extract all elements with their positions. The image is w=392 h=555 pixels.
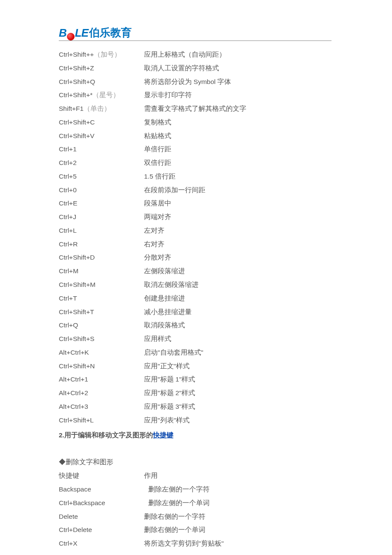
shortcut-key: Ctrl+L (59, 224, 144, 237)
shortcut-desc: 1.5 倍行距 (144, 170, 176, 183)
shortcut-key: Ctrl+Shift+*（星号） (59, 88, 144, 102)
shortcut-key: Ctrl+Shift+Q (59, 75, 144, 89)
shortcut-desc: 在段前添加一行间距 (144, 183, 205, 197)
shortcut-key-text: Ctrl+2 (59, 159, 77, 166)
shortcut-desc: 删除左侧的一个单词 (144, 496, 210, 510)
shortcut-key-text: Alt+Ctrl+1 (59, 376, 88, 383)
shortcut-key-paren: （单击） (84, 105, 111, 112)
shortcut-key-text: Ctrl+1 (59, 145, 77, 153)
shortcut-desc: 段落居中 (144, 197, 171, 210)
shortcut-key: Ctrl+T (59, 292, 144, 305)
shortcut-desc: 创建悬挂缩进 (144, 292, 185, 305)
shortcut-desc: 应用"标题 3"样式 (144, 400, 195, 413)
shortcut-key: Ctrl+1 (59, 142, 144, 156)
subsection-delete-text-graphics: ◆删除文字和图形 (59, 455, 331, 469)
shortcut-desc: 应用上标格式（自动间距） (144, 48, 226, 61)
shortcut-table-1: Ctrl+Shift++（加号）应用上标格式（自动间距）Ctrl+Shift+Z… (59, 48, 331, 427)
shortcut-row: Ctrl+J两端对齐 (59, 210, 331, 224)
shortcut-row: Alt+Ctrl+2应用"标题 2"样式 (59, 386, 331, 400)
shortcut-row: Ctrl+E段落居中 (59, 197, 331, 210)
shortcut-key-text: Ctrl+Shift+D (59, 254, 95, 261)
shortcut-key: Ctrl+Shift+D (59, 251, 144, 264)
shortcut-row: Alt+Ctrl+K启动"自动套用格式" (59, 346, 331, 359)
shortcut-row: Ctrl+Delete删除右侧的一个单词 (59, 523, 331, 537)
section-2-number: 2. (59, 431, 64, 439)
shortcut-key-text: Ctrl+Shift+M (59, 281, 95, 288)
shortcut-key: Ctrl+Shift++（加号） (59, 48, 144, 61)
shortcut-key-text: Ctrl+5 (59, 173, 77, 180)
shortcut-row: Ctrl+51.5 倍行距 (59, 170, 331, 183)
shortcut-row: Ctrl+Shift+C复制格式 (59, 116, 331, 129)
shortcut-key: Ctrl+Shift+V (59, 129, 144, 143)
shortcut-desc: 需查看文字格式了解其格式的文字 (144, 102, 246, 116)
shortcut-row: Ctrl+T创建悬挂缩进 (59, 292, 331, 305)
shortcut-key-paren: （星号） (92, 91, 120, 98)
shortcut-row: Ctrl+Q取消段落格式 (59, 318, 331, 332)
shortcut-desc: 右对齐 (144, 237, 164, 251)
shortcut-key: Alt+Ctrl+K (59, 346, 144, 359)
shortcut-key: Backspace (59, 483, 144, 496)
shortcut-row: Ctrl+M左侧段落缩进 (59, 264, 331, 278)
shortcut-row: Alt+Ctrl+1应用"标题 1"样式 (59, 373, 331, 386)
section-2-heading: 2.用于编辑和移动文字及图形的快捷键 (59, 427, 331, 444)
shortcut-key: Ctrl+Delete (59, 523, 144, 537)
shortcut-desc: 应用"标题 1"样式 (144, 373, 195, 386)
logo-chinese-text: 伯乐教育 (89, 26, 132, 40)
shortcut-row: Ctrl+R右对齐 (59, 237, 331, 251)
shortcut-key: Shift+F1（单击） (59, 102, 144, 116)
shortcut-row: Ctrl+Shift+L应用"列表"样式 (59, 413, 331, 427)
logo-letters-le: LE (75, 26, 88, 40)
shortcut-key-text: Ctrl+E (59, 199, 78, 207)
shortcut-key-text: Alt+Ctrl+2 (59, 389, 88, 396)
shortcut-row: Delete删除右侧的一个字符 (59, 510, 331, 523)
shortcut-desc: 两端对齐 (144, 210, 171, 224)
shortcut-desc: 左对齐 (144, 224, 164, 237)
shortcut-desc: 应用"标题 2"样式 (144, 386, 195, 400)
shortcut-row: Ctrl+Shift+T减小悬挂缩进量 (59, 305, 331, 319)
shortcut-row: Ctrl+Shift++（加号）应用上标格式（自动间距） (59, 48, 331, 61)
shortcut-key-text: Ctrl+L (59, 227, 77, 234)
shortcut-key-text: Ctrl+R (59, 240, 78, 248)
shortcut-row: Ctrl+Shift+Z取消人工设置的字符格式 (59, 61, 331, 75)
shortcut-row: Ctrl+X将所选文字剪切到"剪贴板" (59, 537, 331, 550)
header-logo-bar: B LE 伯乐教育 (59, 26, 331, 41)
shortcut-key: Ctrl+0 (59, 183, 144, 197)
shortcut-key: Ctrl+Shift+S (59, 332, 144, 346)
shortcut-table-2: Backspace删除左侧的一个字符Ctrl+Backspace删除左侧的一个单… (59, 483, 331, 550)
shortcut-key-text: Ctrl+Shift+L (59, 416, 94, 424)
shortcut-row: Ctrl+1单倍行距 (59, 142, 331, 156)
document-page: B LE 伯乐教育 Ctrl+Shift++（加号）应用上标格式（自动间距）Ct… (59, 26, 331, 550)
shortcut-row: Ctrl+Shift+S应用样式 (59, 332, 331, 346)
blank-line (59, 444, 331, 455)
shortcut-key: Ctrl+5 (59, 170, 144, 183)
shortcut-row: Ctrl+Shift+*（星号）显示非打印字符 (59, 88, 331, 102)
shortcut-key: Ctrl+Backspace (59, 496, 144, 510)
shortcut-key-text: Ctrl+Shift+T (59, 308, 94, 315)
shortcut-desc: 将所选文字剪切到"剪贴板" (144, 537, 224, 550)
shortcut-desc: 减小悬挂缩进量 (144, 305, 192, 319)
shortcut-key-text: Ctrl+Q (59, 321, 78, 329)
shortcut-desc: 显示非打印字符 (144, 88, 192, 102)
shortcut-row: Ctrl+Shift+V粘贴格式 (59, 129, 331, 143)
shortcut-key: Ctrl+Shift+N (59, 359, 144, 373)
shortcut-desc: 删除右侧的一个字符 (144, 510, 205, 523)
shortcut-row: Shift+F1（单击）需查看文字格式了解其格式的文字 (59, 102, 331, 116)
shortcut-row: Ctrl+L左对齐 (59, 224, 331, 237)
shortcut-desc: 取消人工设置的字符格式 (144, 61, 219, 75)
shortcut-row: Ctrl+Backspace删除左侧的一个单词 (59, 496, 331, 510)
section-2-link-shortcut[interactable]: 快捷键 (153, 431, 173, 439)
shortcut-row: Ctrl+Shift+Q将所选部分设为 Symbol 字体 (59, 75, 331, 89)
shortcut-key-text: Ctrl+Shift+Q (59, 78, 95, 85)
shortcut-key-text: Ctrl+J (59, 213, 76, 220)
logo-globe-icon (67, 33, 75, 40)
shortcut-desc: 左侧段落缩进 (144, 264, 185, 278)
shortcut-key: Ctrl+Shift+M (59, 278, 144, 292)
shortcut-desc: 取消段落格式 (144, 318, 185, 332)
shortcut-row: Ctrl+0在段前添加一行间距 (59, 183, 331, 197)
shortcut-key: Ctrl+Shift+C (59, 116, 144, 129)
shortcut-key: Ctrl+J (59, 210, 144, 224)
shortcut-key: Delete (59, 510, 144, 523)
logo-letter-b: B (59, 26, 66, 40)
shortcut-desc: 单倍行距 (144, 142, 171, 156)
shortcut-desc: 复制格式 (144, 116, 171, 129)
